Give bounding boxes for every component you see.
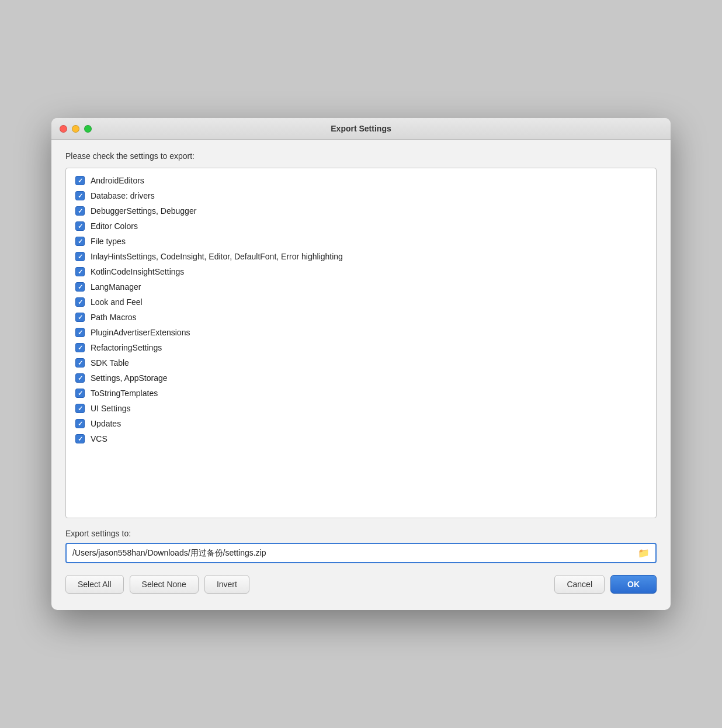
checkbox-plugin-advertiser[interactable]: ✓ [75,328,85,337]
footer-buttons: Select All Select None Invert Cancel OK [65,575,657,598]
checkbox-database-drivers[interactable]: ✓ [75,191,85,200]
setting-item-settings-app-storage[interactable]: ✓Settings, AppStorage [68,370,654,386]
traffic-lights [60,125,92,133]
setting-item-database-drivers[interactable]: ✓Database: drivers [68,188,654,203]
export-settings-dialog: Export Settings Please check the setting… [51,118,671,610]
checkbox-debugger-settings[interactable]: ✓ [75,206,85,216]
checkbox-sdk-table[interactable]: ✓ [75,358,85,368]
setting-item-debugger-settings[interactable]: ✓DebuggerSettings, Debugger [68,203,654,219]
settings-list: ✓AndroidEditors✓Database: drivers✓Debugg… [65,168,657,518]
setting-item-tostring-templates[interactable]: ✓ToStringTemplates [68,386,654,401]
setting-label-debugger-settings: DebuggerSettings, Debugger [91,206,196,216]
dialog-title: Export Settings [331,124,391,133]
checkbox-tostring-templates[interactable]: ✓ [75,389,85,398]
checkbox-lang-manager[interactable]: ✓ [75,282,85,292]
setting-item-ui-settings[interactable]: ✓UI Settings [68,401,654,416]
checkbox-path-macros[interactable]: ✓ [75,313,85,322]
setting-item-android-editors[interactable]: ✓AndroidEditors [68,173,654,188]
checkbox-kotlin-code-insight[interactable]: ✓ [75,267,85,276]
setting-label-vcs: VCS [91,434,107,443]
setting-label-android-editors: AndroidEditors [91,176,144,185]
setting-item-updates[interactable]: ✓Updates [68,416,654,431]
setting-label-settings-app-storage: Settings, AppStorage [91,373,168,383]
checkbox-android-editors[interactable]: ✓ [75,176,85,185]
setting-item-editor-colors[interactable]: ✓Editor Colors [68,219,654,234]
setting-item-kotlin-code-insight[interactable]: ✓KotlinCodeInsightSettings [68,264,654,279]
invert-button[interactable]: Invert [204,575,249,594]
ok-button[interactable]: OK [610,575,657,594]
setting-label-editor-colors: Editor Colors [91,221,138,231]
setting-item-file-types[interactable]: ✓File types [68,234,654,249]
checkbox-updates[interactable]: ✓ [75,419,85,428]
checkbox-inlay-hints[interactable]: ✓ [75,252,85,261]
folder-icon[interactable]: 📁 [638,547,650,559]
setting-label-lang-manager: LangManager [91,282,141,292]
setting-item-look-and-feel[interactable]: ✓Look and Feel [68,294,654,310]
instruction-text: Please check the settings to export: [65,151,657,161]
setting-label-tostring-templates: ToStringTemplates [91,389,158,398]
title-bar: Export Settings [51,118,671,140]
checkbox-vcs[interactable]: ✓ [75,434,85,443]
setting-item-plugin-advertiser[interactable]: ✓PluginAdvertiserExtensions [68,325,654,340]
setting-label-inlay-hints: InlayHintsSettings, CodeInsight, Editor,… [91,252,343,261]
export-path-label: Export settings to: [65,529,657,538]
select-all-button[interactable]: Select All [65,575,124,594]
select-none-button[interactable]: Select None [130,575,199,594]
setting-item-lang-manager[interactable]: ✓LangManager [68,279,654,294]
setting-label-path-macros: Path Macros [91,313,137,322]
setting-label-file-types: File types [91,237,126,246]
setting-label-refactoring-settings: RefactoringSettings [91,343,162,352]
maximize-button[interactable] [84,125,92,133]
minimize-button[interactable] [72,125,79,133]
checkbox-settings-app-storage[interactable]: ✓ [75,373,85,383]
setting-label-sdk-table: SDK Table [91,358,129,368]
setting-label-updates: Updates [91,419,121,428]
close-button[interactable] [60,125,67,133]
setting-item-inlay-hints[interactable]: ✓InlayHintsSettings, CodeInsight, Editor… [68,249,654,264]
checkbox-editor-colors[interactable]: ✓ [75,221,85,231]
setting-label-plugin-advertiser: PluginAdvertiserExtensions [91,328,190,337]
setting-item-refactoring-settings[interactable]: ✓RefactoringSettings [68,340,654,355]
checkbox-look-and-feel[interactable]: ✓ [75,297,85,307]
checkbox-refactoring-settings[interactable]: ✓ [75,343,85,352]
export-path-row: 📁 [65,543,657,563]
setting-label-look-and-feel: Look and Feel [91,297,143,307]
export-path-section: Export settings to: 📁 [65,529,657,563]
setting-label-ui-settings: UI Settings [91,404,130,413]
setting-item-path-macros[interactable]: ✓Path Macros [68,310,654,325]
export-path-input[interactable] [72,549,633,558]
dialog-content: Please check the settings to export: ✓An… [51,140,671,610]
setting-item-vcs[interactable]: ✓VCS [68,431,654,446]
checkbox-file-types[interactable]: ✓ [75,237,85,246]
setting-item-sdk-table[interactable]: ✓SDK Table [68,355,654,370]
cancel-button[interactable]: Cancel [554,575,605,594]
checkbox-ui-settings[interactable]: ✓ [75,404,85,413]
setting-label-database-drivers: Database: drivers [91,191,155,200]
setting-label-kotlin-code-insight: KotlinCodeInsightSettings [91,267,184,276]
